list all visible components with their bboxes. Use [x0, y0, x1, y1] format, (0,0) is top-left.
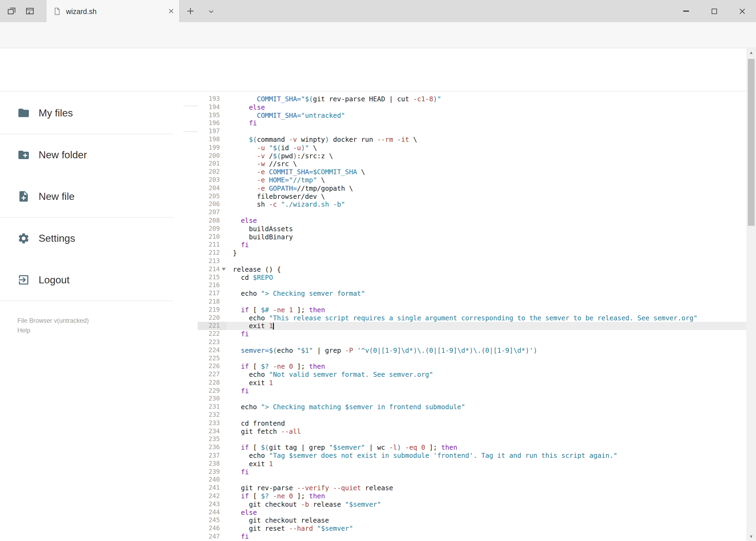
code-line[interactable]: 246 git reset --hard "$semver": [197, 525, 746, 533]
line-number[interactable]: 220: [197, 314, 226, 322]
code-line[interactable]: 215 cd $REPO: [197, 273, 746, 281]
code-line[interactable]: 222 fi: [197, 330, 746, 338]
code-line[interactable]: 244 else: [197, 508, 746, 516]
code-line[interactable]: 224 semver=$(echo "$1" | grep -P '^v(0|[…: [197, 346, 746, 354]
line-number[interactable]: 202: [197, 168, 226, 176]
code-line[interactable]: 196 fi: [197, 119, 746, 128]
line-number[interactable]: 205: [197, 192, 226, 201]
line-number[interactable]: 217: [197, 289, 226, 297]
line-number[interactable]: 233: [197, 419, 226, 427]
line-number[interactable]: 222: [197, 330, 226, 338]
code-line[interactable]: 225: [197, 354, 746, 362]
code-line[interactable]: 206 sh -c "./wizard.sh -b": [197, 201, 746, 209]
minimize-button[interactable]: [672, 0, 700, 22]
new-tab-button[interactable]: [185, 6, 196, 16]
close-button[interactable]: [728, 0, 756, 22]
line-number[interactable]: 230: [197, 395, 226, 403]
line-number[interactable]: 235: [197, 435, 226, 443]
line-number[interactable]: 238: [197, 460, 226, 468]
tab-close-icon[interactable]: [168, 8, 175, 15]
sidebar-item-logout[interactable]: Logout: [0, 259, 183, 300]
set-tabs-aside-icon[interactable]: [25, 6, 35, 16]
code-line[interactable]: 210 buildBinary: [197, 233, 746, 241]
code-line[interactable]: 216: [197, 281, 746, 289]
code-line[interactable]: 199 -u "$(id -u)" \: [197, 144, 746, 152]
line-number[interactable]: 210: [197, 233, 226, 241]
scrollbar-thumb[interactable]: [748, 59, 755, 226]
tab-list-chevron-icon[interactable]: [207, 8, 215, 16]
code-line[interactable]: 243 git checkout -b release "$semver": [197, 500, 746, 508]
line-number[interactable]: 221: [197, 322, 226, 330]
code-line[interactable]: 240: [197, 476, 746, 484]
line-number[interactable]: 245: [197, 516, 226, 525]
code-line[interactable]: 193 COMMIT_SHA="$(git rev-parse HEAD | c…: [197, 95, 746, 103]
code-editor[interactable]: 193 COMMIT_SHA="$(git rev-parse HEAD | c…: [197, 92, 746, 541]
code-line[interactable]: 230: [197, 395, 746, 403]
line-number[interactable]: 194: [197, 103, 226, 111]
code-line[interactable]: 238 exit 1: [197, 460, 746, 468]
code-line[interactable]: 235: [197, 435, 746, 443]
line-number[interactable]: 236: [197, 443, 226, 452]
code-line[interactable]: 211 fi: [197, 241, 746, 249]
code-line[interactable]: 204 -e GOPATH=//tmp/gopath \: [197, 184, 746, 192]
line-number[interactable]: 247: [197, 533, 226, 541]
line-number[interactable]: 203: [197, 176, 226, 184]
fold-arrow-icon[interactable]: [222, 268, 226, 270]
line-number[interactable]: 231: [197, 403, 226, 411]
code-line[interactable]: 237 echo "Tag $semver does not exist in …: [197, 452, 746, 460]
line-number[interactable]: 204: [197, 184, 226, 192]
code-line[interactable]: 228 exit 1: [197, 379, 746, 387]
line-number[interactable]: 228: [197, 379, 226, 387]
code-line[interactable]: 195 COMMIT_SHA="untracked": [197, 111, 746, 119]
line-number[interactable]: 242: [197, 492, 226, 500]
sidebar-item-my-files[interactable]: My files: [0, 92, 183, 134]
code-line[interactable]: 226 if [ $? -ne 0 ]; then: [197, 362, 746, 370]
line-number[interactable]: 213: [197, 257, 226, 265]
code-line[interactable]: 223: [197, 338, 746, 346]
code-line[interactable]: 212}: [197, 249, 746, 257]
code-line[interactable]: 205 filebrowser/dev \: [197, 192, 746, 201]
code-line[interactable]: 221 exit 1: [197, 322, 746, 330]
line-number[interactable]: 229: [197, 387, 226, 395]
code-line[interactable]: 231 echo "> Checking matching $semver in…: [197, 403, 746, 411]
code-line[interactable]: 194 else: [197, 103, 746, 111]
code-line[interactable]: 247 fi: [197, 533, 746, 541]
code-line[interactable]: 219 if [ $# -ne 1 ]; then: [197, 306, 746, 314]
line-number[interactable]: 224: [197, 346, 226, 354]
code-line[interactable]: 198 $(command -v winpty) docker run --rm…: [197, 136, 746, 144]
line-number[interactable]: 234: [197, 427, 226, 435]
code-line[interactable]: 200 -v /$(pwd):/src:z \: [197, 152, 746, 160]
code-line[interactable]: 209 buildAssets: [197, 225, 746, 233]
line-number[interactable]: 208: [197, 217, 226, 225]
code-line[interactable]: 236 if [ $(git tag | grep "$semver" | wc…: [197, 443, 746, 452]
line-number[interactable]: 246: [197, 525, 226, 533]
code-line[interactable]: 245 git checkout release: [197, 516, 746, 525]
line-number[interactable]: 206: [197, 201, 226, 209]
line-number[interactable]: 196: [197, 119, 226, 128]
code-line[interactable]: 203 -e HOME="//tmp" \: [197, 176, 746, 184]
line-number[interactable]: 193: [197, 95, 226, 103]
tab-preview-icon[interactable]: [7, 6, 16, 16]
maximize-button[interactable]: [700, 0, 728, 22]
line-number[interactable]: 225: [197, 354, 226, 362]
line-number[interactable]: 195: [197, 111, 226, 119]
line-number[interactable]: 219: [197, 306, 226, 314]
sidebar-item-settings[interactable]: Settings: [0, 218, 183, 259]
line-number[interactable]: 240: [197, 476, 226, 484]
sidebar-item-new-folder[interactable]: New folder: [0, 134, 183, 176]
line-number[interactable]: 226: [197, 362, 226, 370]
code-line[interactable]: 207: [197, 209, 746, 217]
line-number[interactable]: 198: [197, 136, 226, 144]
line-number[interactable]: 232: [197, 411, 226, 419]
code-line[interactable]: 239 fi: [197, 468, 746, 476]
line-number[interactable]: 214: [197, 265, 226, 273]
line-number[interactable]: 216: [197, 281, 226, 289]
scroll-up-icon[interactable]: ▲: [746, 48, 756, 57]
browser-tab[interactable]: wizard.sh: [46, 0, 180, 22]
line-number[interactable]: 218: [197, 297, 226, 306]
line-number[interactable]: 215: [197, 273, 226, 281]
code-line[interactable]: 208 else: [197, 217, 746, 225]
line-number[interactable]: 209: [197, 225, 226, 233]
line-number[interactable]: 212: [197, 249, 226, 257]
line-number[interactable]: 211: [197, 241, 226, 249]
